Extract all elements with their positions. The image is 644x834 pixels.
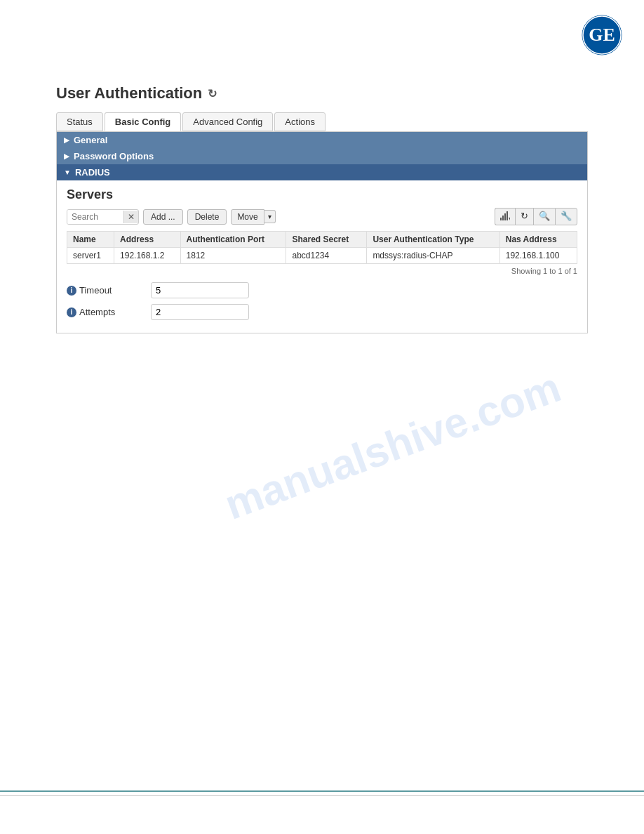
cell-nas-address: 192.168.1.100 (499, 248, 577, 264)
attempts-row: i Attempts (67, 304, 577, 320)
footer-line-secondary (0, 795, 644, 796)
timeout-label-text: Timeout (79, 285, 112, 296)
watermark: manualshive.com (218, 363, 567, 529)
section-password-options[interactable]: ▶ Password Options (57, 148, 587, 164)
add-button[interactable]: Add ... (143, 209, 183, 225)
attempts-label: i Attempts (67, 307, 151, 317)
servers-toolbar: ✕ Add ... Delete Move ▾ (67, 208, 577, 225)
svg-rect-6 (507, 211, 508, 220)
tab-basic-config[interactable]: Basic Config (105, 112, 181, 131)
move-button-group: Move ▾ (231, 209, 275, 225)
wrench-icon-btn[interactable]: 🔧 (555, 208, 577, 225)
panel: ▶ General ▶ Password Options ▼ RADIUS Se… (56, 131, 588, 333)
servers-section: Servers ✕ Add ... Delete Move ▾ (57, 180, 587, 333)
timeout-row: i Timeout (67, 282, 577, 298)
cell-shared-secret: abcd1234 (286, 248, 367, 264)
move-dropdown-arrow[interactable]: ▾ (264, 210, 276, 223)
search-input[interactable] (67, 210, 123, 224)
timeout-input[interactable] (151, 282, 249, 298)
refresh-icon-btn[interactable]: ↻ (515, 208, 533, 225)
tab-status[interactable]: Status (56, 112, 103, 131)
svg-rect-3 (500, 218, 502, 220)
password-options-arrow: ▶ (64, 152, 69, 160)
cell-address: 192.168.1.2 (114, 248, 181, 264)
col-name: Name (67, 232, 114, 248)
col-auth-port: Authentication Port (180, 232, 286, 248)
servers-title: Servers (67, 187, 577, 202)
page-title: User Authentication (56, 84, 202, 102)
cell-auth-port: 1812 (180, 248, 286, 264)
table-header-row: Name Address Authentication Port Shared … (67, 232, 577, 248)
radius-label: RADIUS (75, 167, 110, 178)
password-options-label: Password Options (74, 151, 154, 161)
col-address: Address (114, 232, 181, 248)
general-arrow: ▶ (64, 136, 69, 144)
timeout-label: i Timeout (67, 285, 151, 296)
col-shared-secret: Shared Secret (286, 232, 367, 248)
page-refresh-icon[interactable]: ↻ (208, 87, 217, 100)
tab-actions[interactable]: Actions (274, 112, 326, 131)
svg-text:GE: GE (589, 25, 615, 45)
svg-text:▾: ▾ (509, 216, 510, 220)
attempts-label-text: Attempts (79, 307, 115, 317)
general-label: General (74, 135, 107, 145)
page-title-row: User Authentication ↻ (56, 84, 588, 102)
signal-icon-btn[interactable]: ▾ (495, 208, 515, 225)
ge-logo: GE (581, 14, 623, 56)
attempts-info-icon[interactable]: i (67, 307, 76, 317)
signal-icon: ▾ (500, 211, 510, 220)
attempts-input[interactable] (151, 304, 249, 320)
cell-user-auth-type: mdssys:radius-CHAP (367, 248, 499, 264)
icon-button-group: ▾ ↻ 🔍 🔧 (495, 208, 577, 225)
table-row[interactable]: server1 192.168.1.2 1812 abcd1234 mdssys… (67, 248, 577, 264)
delete-button[interactable]: Delete (187, 209, 227, 225)
search-box: ✕ (67, 209, 139, 225)
tab-advanced-config[interactable]: Advanced Config (182, 112, 273, 131)
col-nas-address: Nas Address (499, 232, 577, 248)
tabs-bar: Status Basic Config Advanced Config Acti… (56, 112, 588, 131)
showing-text: Showing 1 to 1 of 1 (67, 267, 577, 275)
svg-rect-4 (502, 216, 504, 220)
footer-line-primary (0, 790, 644, 792)
servers-table: Name Address Authentication Port Shared … (67, 231, 577, 264)
col-user-auth-type: User Authentication Type (367, 232, 499, 248)
main-content: User Authentication ↻ Status Basic Confi… (0, 0, 644, 362)
timeout-info-icon[interactable]: i (67, 286, 76, 296)
search-clear-button[interactable]: ✕ (123, 211, 138, 223)
radius-arrow: ▼ (64, 168, 71, 176)
svg-rect-5 (504, 213, 506, 220)
search-icon-btn[interactable]: 🔍 (533, 208, 555, 225)
cell-name: server1 (67, 248, 114, 264)
move-button[interactable]: Move (231, 209, 264, 225)
section-general[interactable]: ▶ General (57, 132, 587, 148)
section-radius[interactable]: ▼ RADIUS (57, 164, 587, 180)
